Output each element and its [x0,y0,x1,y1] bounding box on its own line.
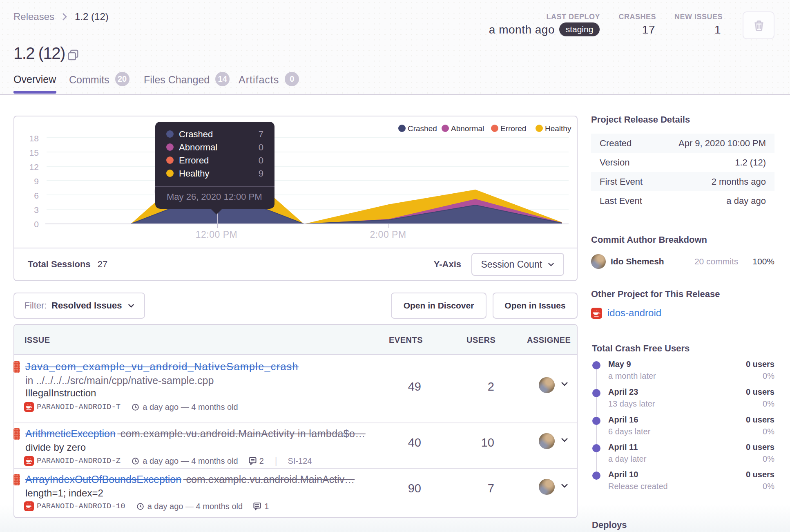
svg-text:Crashed: Crashed [408,124,437,133]
svg-text:2:00 PM: 2:00 PM [370,229,406,240]
svg-text:12:00 PM: 12:00 PM [196,229,237,240]
svg-text:6: 6 [34,191,39,200]
svg-text:18: 18 [29,134,39,143]
svg-text:15: 15 [29,148,39,157]
svg-text:7: 7 [259,129,263,139]
svg-text:0: 0 [259,142,263,152]
svg-text:Healthy: Healthy [545,124,571,133]
svg-text:Healthy: Healthy [179,168,210,179]
svg-text:Abnormal: Abnormal [451,124,484,133]
svg-text:Abnormal: Abnormal [179,142,217,152]
svg-text:Crashed: Crashed [179,129,213,139]
svg-text:May 26, 2020 12:00 PM: May 26, 2020 12:00 PM [167,192,262,202]
svg-text:Errored: Errored [179,155,209,165]
svg-text:0: 0 [259,155,263,165]
svg-text:9: 9 [259,168,263,179]
svg-text:12: 12 [29,162,39,172]
svg-text:9: 9 [34,177,39,186]
svg-text:0: 0 [34,219,39,229]
svg-text:Errored: Errored [500,124,526,133]
svg-text:3: 3 [34,205,39,215]
